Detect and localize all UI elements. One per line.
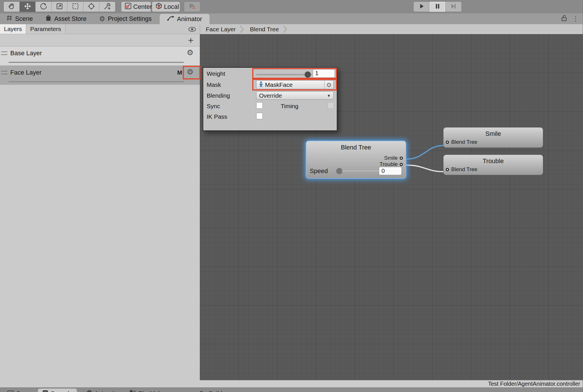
avatar-mask-icon [258, 81, 264, 89]
tab-console-label: Console [50, 390, 72, 392]
mask-object-name: MaskFace [265, 81, 324, 88]
grid-snap-toggle[interactable] [184, 1, 200, 12]
input-pin-icon[interactable] [446, 168, 449, 171]
tab-bar-controls: ⋮ [561, 13, 579, 24]
tab-project-settings[interactable]: ⚙ Project Settings [93, 13, 158, 24]
speed-label: Speed [310, 167, 328, 175]
breadcrumb-item-node[interactable]: Blend Tree [244, 26, 283, 33]
input-pin-icon[interactable] [446, 141, 449, 144]
rect-tool-button[interactable] [67, 2, 83, 12]
orientation-local-button[interactable]: Local [152, 1, 180, 12]
output-pin-icon[interactable] [400, 157, 403, 160]
eye-icon[interactable] [188, 26, 196, 34]
hand-tool-button[interactable] [4, 2, 20, 12]
move-tool-button[interactable] [20, 2, 36, 12]
gear-icon: ⚙ [99, 15, 105, 23]
wrench-icon [104, 3, 111, 11]
layer-settings-gear-icon[interactable]: ⚙ [187, 67, 194, 77]
weight-slider-track[interactable] [256, 74, 312, 75]
clock-icon [87, 390, 92, 392]
tab-scene[interactable]: Scene [0, 13, 39, 24]
layer-weight-slider[interactable] [9, 81, 184, 82]
breadcrumb-item-layer[interactable]: Face Layer [200, 26, 240, 33]
ik-pass-checkbox[interactable] [256, 113, 263, 119]
output-port-trouble[interactable]: Trouble [379, 161, 403, 167]
tab-project-settings-label: Project Settings [108, 15, 152, 22]
tab-parameters[interactable]: Parameters [26, 24, 65, 34]
unlock-icon[interactable] [561, 15, 568, 23]
weight-slider-thumb[interactable] [305, 71, 311, 78]
window-menu-icon[interactable]: ⋮ [572, 15, 579, 23]
rotate-icon [40, 3, 47, 11]
animator-side-panel: Layers Parameters + Base Layer ⚙ Face La… [0, 24, 200, 387]
shopping-bag-icon [45, 15, 52, 23]
drag-handle-icon[interactable] [1, 71, 7, 74]
weight-value-field[interactable]: 1 [313, 69, 335, 78]
add-layer-button[interactable]: + [188, 35, 194, 46]
pivot-icon [125, 3, 132, 11]
layer-row-face[interactable]: Face Layer M ⚙ [0, 66, 200, 85]
rotate-tool-button[interactable] [36, 2, 52, 12]
layer-settings-gear-icon[interactable]: ⚙ [187, 48, 194, 57]
tab-game[interactable]: Game [3, 389, 37, 392]
pause-button[interactable] [430, 2, 446, 12]
port-label: Blend Tree [451, 166, 477, 173]
tab-parameters-label: Parameters [30, 26, 61, 32]
timing-label: Timing [281, 103, 298, 110]
object-picker-icon[interactable]: ⊙ [324, 81, 333, 89]
output-pin-icon[interactable] [400, 163, 403, 166]
layer-row-base[interactable]: Base Layer ⚙ [0, 46, 200, 66]
dropdown-arrow-icon: ▼ [327, 93, 331, 98]
breadcrumb: Face Layer Blend Tree [200, 24, 583, 34]
tab-playmaker[interactable]: PlayMaker [125, 389, 171, 392]
input-port-blend-tree[interactable]: Blend Tree [446, 139, 477, 145]
cube-icon [155, 3, 162, 11]
tab-layers[interactable]: Layers [0, 24, 26, 34]
play-button[interactable] [414, 2, 430, 12]
speed-value-field[interactable]: 0 [379, 167, 402, 175]
layer-weight-slider[interactable] [9, 62, 184, 63]
hand-icon [8, 3, 15, 11]
rect-icon [72, 3, 79, 11]
blending-value: Override [259, 92, 282, 99]
custom-tool-button[interactable] [99, 2, 115, 12]
port-label: Smile [384, 155, 398, 161]
node-trouble[interactable]: Trouble Blend Tree [443, 155, 543, 175]
tab-console[interactable]: Console [38, 389, 77, 392]
tab-probuilder[interactable]: ProBuilder [195, 389, 232, 392]
console-icon [42, 390, 48, 392]
mask-label: Mask [207, 81, 221, 88]
speed-slider-track[interactable] [341, 171, 384, 171]
mask-badge: M [177, 69, 182, 76]
transform-tool-button[interactable] [83, 2, 99, 12]
tab-animator-label: Animator [177, 15, 202, 23]
tab-asset-store-label: Asset Store [54, 15, 87, 22]
tab-animator[interactable]: Animator [160, 14, 210, 24]
step-icon [450, 3, 457, 11]
tab-asset-store[interactable]: Asset Store [39, 13, 93, 24]
playback-controls [413, 1, 462, 12]
animator-graph-canvas[interactable]: Blend Tree Smile Trouble Speed 0 Smile B… [200, 34, 583, 380]
sync-checkbox[interactable] [256, 102, 263, 109]
controller-path: Test Folder/AgentAnimator.controller [488, 381, 580, 387]
scale-icon [56, 3, 63, 11]
input-port-blend-tree[interactable]: Blend Tree [446, 166, 477, 173]
pivot-center-button[interactable]: Center [121, 1, 151, 12]
window-tab-bar: Scene Asset Store ⚙ Project Settings Ani… [0, 13, 583, 24]
tab-playmaker-label: PlayMaker [138, 390, 167, 392]
side-panel-tabs: Layers Parameters [0, 24, 200, 34]
blending-dropdown[interactable]: Override ▼ [256, 91, 334, 100]
scale-tool-button[interactable] [52, 2, 67, 12]
node-smile[interactable]: Smile Blend Tree [443, 127, 543, 148]
drag-handle-icon[interactable] [1, 52, 7, 55]
transform-icon [88, 3, 95, 11]
scene-grid-icon [6, 15, 13, 23]
mask-object-field[interactable]: MaskFace ⊙ [256, 80, 334, 89]
output-port-smile[interactable]: Smile [384, 155, 403, 161]
timing-checkbox[interactable] [327, 102, 334, 109]
chevron-right-icon [240, 24, 244, 34]
tab-animation[interactable]: Animation [82, 389, 126, 392]
step-button[interactable] [446, 2, 461, 12]
node-blend-tree[interactable]: Blend Tree Smile Trouble Speed 0 [306, 141, 406, 179]
node-title: Blend Tree [306, 141, 406, 151]
